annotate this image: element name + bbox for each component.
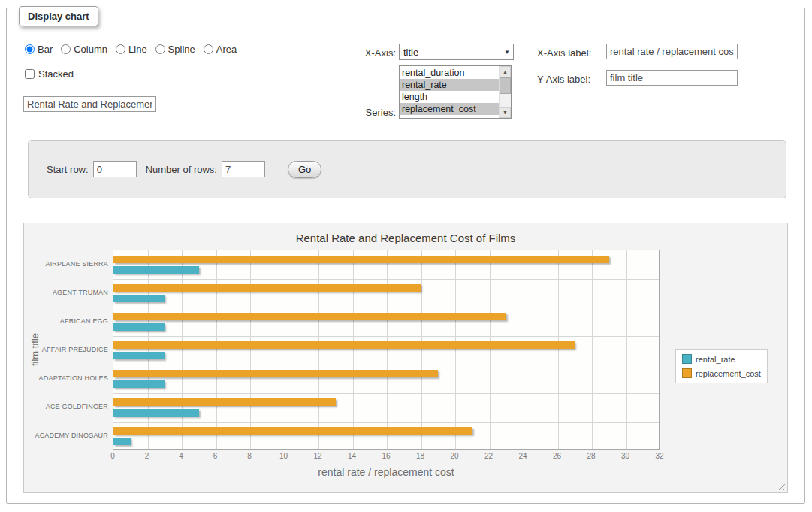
gridline [113, 308, 659, 308]
area-radio-label: Area [216, 44, 237, 55]
y-axis-label-input[interactable] [606, 70, 738, 86]
gridline [113, 279, 659, 280]
legend-item: replacement_cost [682, 368, 761, 378]
chart-bar [113, 256, 609, 263]
num-rows-label: Number of rows: [146, 164, 217, 175]
x-tick-label: 20 [450, 452, 458, 460]
radio-option-bar[interactable]: Bar [25, 44, 53, 55]
category-label: AGENT TRUMAN [27, 278, 108, 307]
line-radio[interactable] [116, 44, 125, 54]
x-tick-label: 32 [655, 452, 663, 460]
legend-swatch-icon [682, 368, 692, 378]
spline-radio-label: Spline [168, 44, 195, 55]
scroll-down-icon[interactable]: ▼ [500, 107, 511, 118]
gridline [250, 250, 251, 449]
series-select: rental_durationrental_ratelengthreplacem… [399, 65, 512, 119]
resize-handle-icon[interactable] [776, 481, 785, 490]
gridline [113, 365, 659, 365]
chart-bar [113, 398, 336, 406]
x-tick-label: 6 [213, 452, 218, 460]
gridline [421, 250, 422, 449]
area-radio[interactable] [204, 44, 213, 54]
category-label: AIRPLANE SIERRA [27, 250, 108, 278]
gridline [285, 250, 285, 449]
go-button[interactable]: Go [288, 161, 321, 178]
x-tick-label: 10 [279, 452, 288, 460]
gridline [387, 250, 388, 449]
legend-label: replacement_cost [696, 369, 761, 378]
scrollbar-track[interactable] [500, 77, 511, 107]
gridline [216, 250, 217, 449]
gridline [148, 250, 149, 449]
gridline [592, 250, 593, 449]
x-axis-select-label: X-Axis: [322, 47, 396, 59]
radio-option-spline[interactable]: Spline [155, 44, 195, 55]
radio-option-column[interactable]: Column [61, 44, 107, 55]
radio-option-line[interactable]: Line [116, 44, 147, 55]
gridline [490, 250, 491, 449]
chart-bar [113, 352, 165, 359]
column-radio[interactable] [61, 44, 71, 54]
legend-swatch-icon [682, 354, 692, 364]
gridline [182, 250, 183, 449]
page: Display chart Bar Column Line Spline Are… [0, 0, 812, 512]
chart-title-input[interactable] [23, 96, 156, 112]
series-option[interactable]: rental_rate [400, 79, 499, 91]
dropdown-arrow-icon: ▼ [504, 49, 510, 56]
start-row-label: Start row: [47, 164, 89, 175]
bar-radio[interactable] [25, 44, 35, 54]
x-axis-selected-value: title [403, 47, 418, 58]
legend-item: rental_rate [682, 354, 761, 364]
chart-bar [113, 295, 165, 302]
series-scrollbar[interactable]: ▲ ▼ [499, 66, 511, 118]
x-tick-label: 14 [348, 452, 356, 460]
bar-radio-label: Bar [38, 44, 53, 55]
category-labels: AIRPLANE SIERRAAGENT TRUMANAFRICAN EGGAF… [24, 250, 108, 450]
gridline [558, 250, 559, 449]
x-tick-label: 30 [621, 452, 629, 460]
series-option[interactable]: length [400, 91, 499, 103]
stacked-option[interactable]: Stacked [25, 68, 74, 80]
x-tick-label: 16 [382, 452, 390, 460]
chart-container: Rental Rate and Replacement Cost of Film… [23, 223, 788, 493]
display-chart-fieldset: Display chart Bar Column Line Spline Are… [6, 8, 805, 504]
legend-label: rental_rate [696, 355, 735, 364]
x-axis-select[interactable]: title ▼ [399, 44, 514, 60]
category-label: ACE GOLDFINGER [27, 392, 108, 421]
chart-bar [113, 380, 165, 388]
category-label: ADAPTATION HOLES [27, 364, 108, 392]
series-options: rental_durationrental_ratelengthreplacem… [400, 66, 499, 118]
stacked-checkbox[interactable] [25, 69, 35, 79]
category-label: AFFAIR PREJUDICE [27, 335, 108, 364]
gridline [626, 250, 627, 449]
chart-type-options: Bar Column Line Spline Area [25, 44, 245, 55]
category-label: AFRICAN EGG [27, 307, 108, 335]
x-tick-labels: 02468101214161820222426283032 [113, 452, 660, 462]
line-radio-label: Line [128, 44, 147, 55]
num-rows-input[interactable] [222, 161, 265, 177]
radio-option-area[interactable]: Area [204, 44, 237, 55]
series-option[interactable]: replacement_cost [400, 103, 499, 115]
x-tick-label: 2 [145, 452, 149, 460]
x-axis-title: rental rate / replacement cost [113, 466, 660, 478]
chart-legend: rental_ratereplacement_cost [675, 349, 768, 383]
chart-title: Rental Rate and Replacement Cost of Film… [24, 232, 787, 244]
gridline [113, 393, 659, 394]
x-tick-label: 24 [518, 452, 527, 460]
gridline [113, 336, 659, 337]
scrollbar-thumb[interactable] [500, 77, 511, 94]
x-tick-label: 28 [587, 452, 595, 460]
x-tick-label: 18 [416, 452, 424, 460]
gridline [113, 422, 659, 423]
stacked-label: Stacked [38, 68, 74, 80]
x-tick-label: 12 [313, 452, 321, 460]
x-tick-label: 22 [484, 452, 493, 460]
category-label: ACADEMY DINOSAUR [27, 421, 108, 450]
x-axis-label-input[interactable] [606, 44, 738, 59]
spline-radio[interactable] [155, 44, 165, 54]
scroll-up-icon[interactable]: ▲ [500, 66, 511, 77]
rows-form: Start row: Number of rows: Go [28, 140, 786, 198]
chart-bar [113, 313, 506, 320]
start-row-input[interactable] [93, 161, 137, 177]
series-option[interactable]: rental_duration [400, 67, 499, 79]
